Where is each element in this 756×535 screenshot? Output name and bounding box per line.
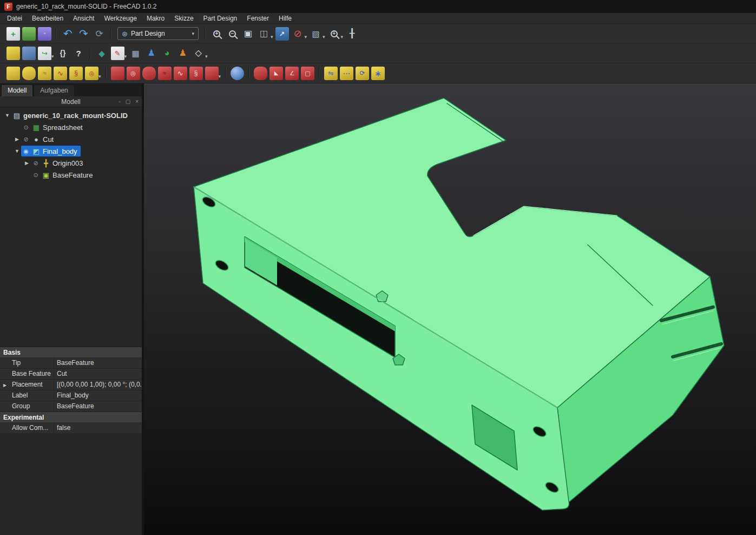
chevron-down-icon[interactable]: ▾ xyxy=(98,74,101,79)
property-group-basis[interactable]: Basis xyxy=(0,347,142,358)
tree-item-generic-10-rack-mount-solid[interactable]: ▼▤generic_10_rack_mount-SOLID xyxy=(0,109,142,121)
property-expander-icon[interactable]: ▶ xyxy=(3,380,6,390)
whats-this-button[interactable]: ? xyxy=(72,47,86,60)
menu-skizze[interactable]: Skizze xyxy=(169,14,198,23)
clone-button[interactable]: ♟ xyxy=(176,47,189,60)
tab-aufgaben[interactable]: Aufgaben xyxy=(34,84,74,96)
tree-item-content[interactable]: ▤generic_10_rack_mount-SOLID xyxy=(11,110,131,121)
property-value[interactable]: [(0,00 0,00 1,00); 0,00 °; (0,0... xyxy=(54,380,142,390)
tree-item-content[interactable]: ⊘●Cut xyxy=(21,134,57,145)
chamfer-button[interactable]: ◣ xyxy=(269,67,283,80)
tree-item-content[interactable]: ⊙▦Spreadsheet xyxy=(21,122,86,133)
draft-button[interactable]: ∠ xyxy=(285,67,299,80)
sync-view-button[interactable]: ↗ xyxy=(275,27,289,41)
zoom-out-button[interactable]: − xyxy=(226,27,239,41)
subtractive-pipe-button[interactable]: ∿ xyxy=(174,67,187,80)
redo-button[interactable]: ↷ xyxy=(77,27,90,41)
workbench-selector[interactable]: ⊛Part Design▾ xyxy=(117,27,199,40)
create-sketch-button[interactable]: ◆ xyxy=(95,47,109,60)
make-link-button[interactable]: ↪ xyxy=(38,47,51,60)
groove-button[interactable] xyxy=(142,67,156,80)
draw-style-button[interactable]: ⊘ xyxy=(291,27,305,41)
tree-expander-icon[interactable]: ▶ xyxy=(23,160,31,166)
zoom-in-button[interactable]: + xyxy=(210,27,223,41)
menu-datei[interactable]: Datei xyxy=(2,14,27,23)
refresh-button[interactable]: ⟳ xyxy=(93,27,106,41)
save-document-button[interactable]: ▫ xyxy=(38,27,51,41)
tree-item-cut[interactable]: ▶⊘●Cut xyxy=(0,133,142,145)
property-value[interactable]: Cut xyxy=(54,369,142,379)
tree-item-content[interactable]: ⊘╋Origin003 xyxy=(31,158,86,168)
menu-makro[interactable]: Makro xyxy=(142,14,169,23)
property-value[interactable]: Final_body xyxy=(54,390,142,401)
shape-binder-button[interactable]: ◕ xyxy=(160,47,174,60)
chevron-down-icon[interactable]: ▾ xyxy=(124,54,127,59)
menu-werkzeuge[interactable]: Werkzeuge xyxy=(99,14,141,23)
multi-transform-button[interactable]: ∗ xyxy=(371,67,385,80)
measure-button[interactable]: ╂ xyxy=(345,27,359,41)
create-datum-button[interactable]: ◇ xyxy=(192,47,205,60)
tree-item-final-body[interactable]: ▼◉◩Final_body xyxy=(0,145,142,157)
menu-ansicht[interactable]: Ansicht xyxy=(68,14,99,23)
3d-viewport-canvas[interactable] xyxy=(144,83,756,535)
menu-hilfe[interactable]: Hilfe xyxy=(274,14,297,23)
fit-all-button[interactable]: ▣ xyxy=(241,27,255,41)
revolution-button[interactable] xyxy=(22,67,36,80)
additive-primitive-button[interactable]: ◎ xyxy=(85,67,98,80)
additive-pipe-button[interactable]: ∿ xyxy=(54,67,67,80)
chevron-down-icon[interactable]: ▾ xyxy=(205,54,208,59)
expression-editor-button[interactable]: {} xyxy=(56,47,70,60)
tree-item-spreadsheet[interactable]: ⊙▦Spreadsheet xyxy=(0,121,142,133)
menu-bearbeiten[interactable]: Bearbeiten xyxy=(27,14,68,23)
validate-sketch-button[interactable]: ♟ xyxy=(144,47,158,60)
thickness-button[interactable]: ▢ xyxy=(301,67,314,80)
linear-pattern-button[interactable]: ⋯ xyxy=(340,67,353,80)
3d-viewport[interactable] xyxy=(144,83,756,535)
chevron-down-icon[interactable]: ▾ xyxy=(323,34,325,40)
chevron-down-icon[interactable]: ▾ xyxy=(219,74,221,79)
tab-modell[interactable]: Modell xyxy=(1,84,33,96)
chevron-down-icon[interactable]: ▾ xyxy=(271,34,273,40)
zoom-selection-button[interactable]: + xyxy=(327,27,341,41)
subtractive-helix-button[interactable]: § xyxy=(189,67,203,80)
new-document-button[interactable]: + xyxy=(6,27,20,41)
property-value[interactable]: false xyxy=(54,423,142,433)
hole-button[interactable]: ◎ xyxy=(127,67,140,80)
chevron-down-icon[interactable]: ▾ xyxy=(51,54,54,59)
boolean-operation-button[interactable] xyxy=(231,67,244,80)
fillet-button[interactable] xyxy=(254,67,267,80)
pocket-button[interactable] xyxy=(111,67,124,80)
subtractive-primitive-button[interactable] xyxy=(205,67,219,80)
chevron-down-icon[interactable]: ▾ xyxy=(341,34,344,40)
tree-expander-icon[interactable]: ▼ xyxy=(3,113,11,118)
dock-float-icon[interactable]: ▫ xyxy=(119,99,121,105)
create-group-button[interactable] xyxy=(22,47,36,60)
open-document-button[interactable] xyxy=(22,27,36,41)
dock-close-icon[interactable]: × xyxy=(135,99,139,105)
tree-expander-icon[interactable]: ▼ xyxy=(13,148,21,154)
additive-helix-button[interactable]: § xyxy=(69,67,83,80)
map-sketch-button[interactable]: ▦ xyxy=(129,47,142,60)
additive-loft-button[interactable]: ≈ xyxy=(38,67,51,80)
view-cube-button[interactable]: ◫ xyxy=(257,27,271,41)
tree-selection-highlight[interactable]: ◉◩Final_body xyxy=(21,146,81,156)
dock-restore-icon[interactable]: ▢ xyxy=(126,99,130,105)
selection-view-button[interactable]: ▧ xyxy=(309,27,323,41)
subtractive-loft-button[interactable]: ≈ xyxy=(158,67,172,80)
tree-item-origin003[interactable]: ▶⊘╋Origin003 xyxy=(0,157,142,169)
tree-expander-icon[interactable]: ▶ xyxy=(13,136,21,142)
mirrored-button[interactable]: ⇋ xyxy=(324,67,338,80)
property-group-experimental[interactable]: Experimental xyxy=(0,412,142,423)
edit-sketch-button[interactable]: ✎ xyxy=(111,47,124,60)
menu-fenster[interactable]: Fenster xyxy=(242,14,274,23)
chevron-down-icon[interactable]: ▾ xyxy=(305,34,307,40)
tree-item-basefeature[interactable]: ⊙▣BaseFeature xyxy=(0,169,142,181)
undo-button[interactable]: ↶ xyxy=(61,27,75,41)
polar-pattern-button[interactable]: ⟳ xyxy=(356,67,369,80)
property-value[interactable]: BaseFeature xyxy=(54,358,142,368)
model-final-body[interactable] xyxy=(194,98,724,510)
create-body-button[interactable] xyxy=(6,47,20,60)
property-value[interactable]: BaseFeature xyxy=(54,401,142,412)
tree-item-content[interactable]: ⊙▣BaseFeature xyxy=(31,169,96,180)
pad-button[interactable] xyxy=(6,67,20,80)
